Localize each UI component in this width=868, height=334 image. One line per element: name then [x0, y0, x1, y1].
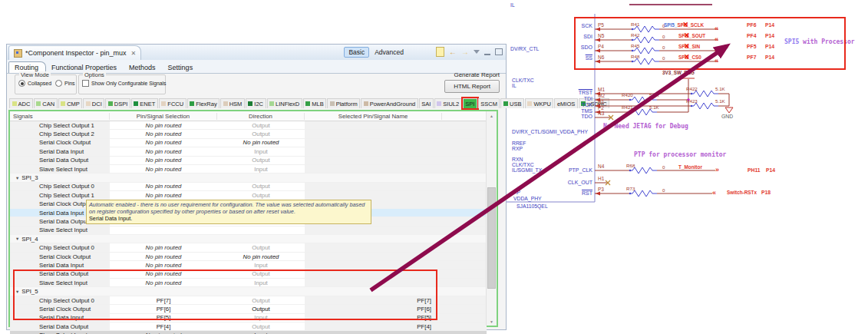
table-row[interactable]: Chip Select Output 0PF[7]OutputPF[7]: [10, 296, 487, 305]
table-cell[interactable]: [305, 253, 442, 260]
peripheral-tab-cmp[interactable]: CMP: [58, 98, 83, 108]
table-cell[interactable]: No pin routed: [110, 279, 217, 286]
table-row[interactable]: Slave Select InputNo pin routedInput: [10, 165, 487, 174]
table-cell[interactable]: Serial Data Input: [10, 314, 110, 322]
table-cell[interactable]: Chip Select Output 1: [10, 191, 110, 199]
table-row[interactable]: Chip Select Output 1No pin routedOutput: [10, 121, 487, 130]
table-cell[interactable]: [305, 157, 442, 164]
table-cell[interactable]: No pin routed: [110, 139, 217, 146]
table-cell[interactable]: No pin routed: [110, 157, 217, 164]
table-cell[interactable]: [305, 191, 442, 199]
tab-settings[interactable]: Settings: [163, 62, 200, 73]
table-cell[interactable]: No pin routed: [110, 192, 217, 199]
table-cell[interactable]: Output: [217, 270, 305, 277]
peripheral-tab-sscm[interactable]: SSCM: [478, 98, 500, 108]
table-cell[interactable]: PF[6]: [305, 305, 442, 313]
scroll-down-icon[interactable]: ▼: [487, 317, 497, 326]
scrollbar-thumb[interactable]: [487, 187, 496, 289]
table-row[interactable]: Serial Data OutputNo pin routedOutput: [10, 157, 487, 165]
table-cell[interactable]: PF[7]: [305, 296, 442, 304]
table-row[interactable]: Slave Select InputNo pin routedInput: [10, 331, 487, 334]
table-row[interactable]: Chip Select Output 2No pin routedOutput: [10, 130, 487, 138]
table-row[interactable]: Serial Data InputNo pin routedInput: [10, 147, 487, 156]
table-cell[interactable]: [305, 139, 442, 147]
table-cell[interactable]: Serial Clock Output: [10, 139, 110, 147]
table-cell[interactable]: No pin routed: [110, 262, 217, 269]
table-cell[interactable]: No pin routed: [217, 139, 305, 146]
table-cell[interactable]: Serial Clock Output: [10, 253, 110, 260]
table-row[interactable]: Serial Clock OutputNo pin routedNo pin r…: [10, 253, 487, 261]
peripheral-tab-flexray[interactable]: FlexRay: [187, 98, 220, 108]
peripheral-tab-siul2[interactable]: SIUL2: [434, 98, 462, 108]
table-cell[interactable]: Output: [217, 157, 305, 164]
table-cell[interactable]: PF[6]: [110, 306, 217, 313]
document-icon[interactable]: [436, 47, 444, 57]
table-cell[interactable]: No pin routed: [110, 148, 217, 155]
table-cell[interactable]: No pin routed: [110, 270, 217, 277]
table-cell[interactable]: Slave Select Input: [10, 165, 110, 173]
table-row[interactable]: Serial Clock OutputPF[6]OutputPF[6]: [10, 305, 487, 313]
table-row[interactable]: Slave Select InputNo pin routedInput: [10, 279, 487, 287]
table-cell[interactable]: Input: [217, 279, 305, 286]
table-cell[interactable]: Input: [217, 262, 305, 269]
table-row[interactable]: Serial Data InputNo pin routedInput: [10, 261, 487, 270]
table-cell[interactable]: Output: [217, 122, 305, 129]
table-cell[interactable]: [305, 243, 442, 251]
table-cell[interactable]: Input: [217, 148, 305, 155]
table-cell[interactable]: Serial Data Input: [10, 261, 110, 269]
basic-mode-button[interactable]: Basic: [344, 47, 369, 58]
table-cell[interactable]: [305, 279, 442, 286]
col-selected-pin-signal-name[interactable]: Selected Pin/Signal Name: [305, 113, 442, 120]
table-cell[interactable]: Output: [217, 183, 305, 190]
peripheral-tab-adc[interactable]: ADC: [9, 98, 33, 108]
table-row[interactable]: Serial Data InputPF[5]InputPF[5]: [10, 314, 487, 322]
minimize-icon[interactable]: [484, 54, 490, 55]
table-cell[interactable]: No pin routed: [110, 244, 217, 251]
col-direction[interactable]: Direction: [217, 113, 305, 120]
tab-methods[interactable]: Methods: [124, 62, 163, 73]
col-signals[interactable]: Signals: [10, 113, 110, 120]
table-cell[interactable]: Output: [217, 244, 305, 251]
peripheral-tab-platform[interactable]: Platform: [327, 98, 360, 108]
table-cell[interactable]: [305, 270, 442, 278]
table-cell[interactable]: Chip Select Output 2: [10, 130, 110, 137]
table-cell[interactable]: Serial Data Output: [10, 270, 110, 278]
table-cell[interactable]: Input: [217, 166, 305, 173]
table-group-row[interactable]: ▾SPI_5: [10, 287, 487, 296]
peripheral-tab-i2c[interactable]: I2C: [246, 98, 266, 108]
table-cell[interactable]: No pin routed: [110, 122, 217, 129]
table-cell[interactable]: No pin routed: [217, 253, 305, 260]
table-cell[interactable]: [305, 130, 442, 137]
radio-pins[interactable]: Pins: [55, 80, 75, 87]
peripheral-tab-sai[interactable]: SAI: [419, 98, 434, 108]
table-cell[interactable]: Input: [217, 314, 305, 321]
table-cell[interactable]: [305, 183, 442, 190]
table-cell[interactable]: Chip Select Output 0: [10, 183, 110, 190]
table-cell[interactable]: [305, 227, 442, 234]
table-cell[interactable]: Slave Select Input: [10, 227, 110, 234]
table-cell[interactable]: Chip Select Output 0: [10, 243, 110, 251]
peripheral-tab-mlb[interactable]: MLB: [303, 98, 326, 108]
peripheral-tab-enet[interactable]: ENET: [131, 98, 158, 108]
view-menu-icon[interactable]: [474, 50, 480, 54]
table-row[interactable]: Serial Data OutputNo pin routedOutput: [10, 270, 487, 279]
table-cell[interactable]: [305, 331, 442, 334]
table-row[interactable]: Chip Select Output 1No pin routedOutput: [10, 191, 487, 200]
table-cell[interactable]: No pin routed: [110, 131, 217, 137]
show-only-configurable-checkbox[interactable]: Show Only Configurable Signals: [82, 80, 166, 87]
vertical-scrollbar[interactable]: ▲ ▼: [486, 111, 497, 326]
table-group-row[interactable]: ▾SPI_4: [10, 235, 487, 243]
table-cell[interactable]: Chip Select Output 1: [10, 121, 110, 129]
table-row[interactable]: Chip Select Output 0No pin routedOutput: [10, 243, 487, 252]
scroll-up-icon[interactable]: ▲: [487, 111, 497, 120]
table-cell[interactable]: Serial Data Output: [10, 322, 110, 330]
table-row[interactable]: Serial Clock OutputNo pin routedNo pin r…: [10, 139, 487, 147]
table-cell[interactable]: [305, 261, 442, 269]
peripheral-tab-fccu[interactable]: FCCU: [159, 98, 186, 108]
table-cell[interactable]: PF[7]: [110, 297, 217, 304]
maximize-icon[interactable]: [495, 48, 503, 55]
forward-icon[interactable]: →: [461, 48, 469, 56]
advanced-mode-button[interactable]: Advanced: [372, 48, 406, 57]
table-cell[interactable]: Serial Data Input: [10, 147, 110, 155]
table-cell[interactable]: Slave Select Input: [10, 279, 110, 286]
